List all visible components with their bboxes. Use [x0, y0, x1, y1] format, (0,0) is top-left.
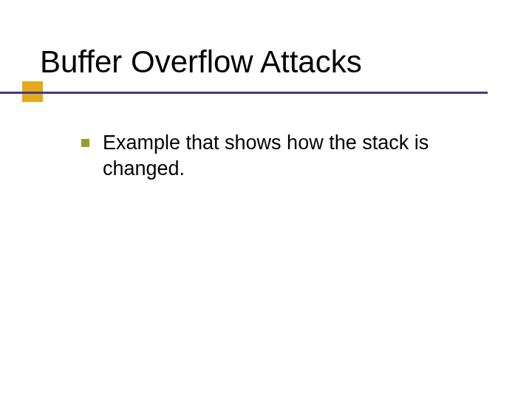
square-bullet-icon — [81, 139, 89, 147]
list-item: Example that shows how the stack is chan… — [81, 130, 480, 181]
slide-title: Buffer Overflow Attacks — [40, 46, 483, 78]
title-area: Buffer Overflow Attacks — [40, 46, 483, 78]
body-area: Example that shows how the stack is chan… — [81, 130, 480, 181]
bullet-text: Example that shows how the stack is chan… — [103, 130, 480, 181]
title-underline — [0, 92, 488, 94]
slide: Buffer Overflow Attacks Example that sho… — [0, 0, 532, 399]
